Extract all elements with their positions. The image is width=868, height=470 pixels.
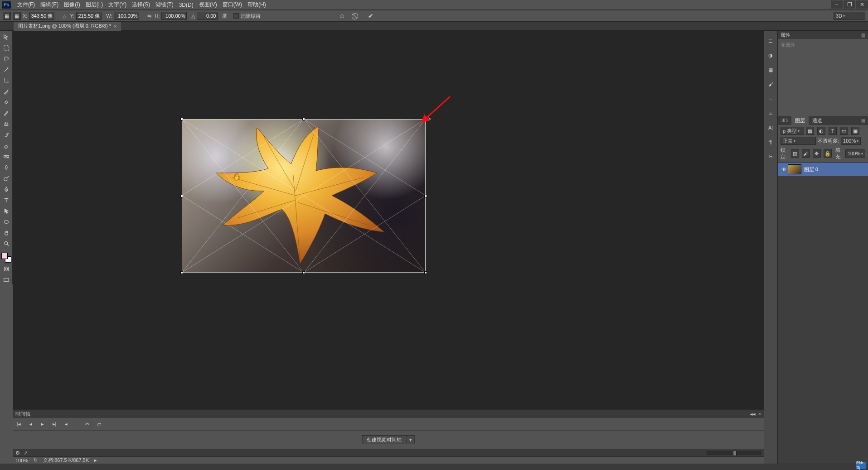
transform-handle-top-left[interactable] [180, 118, 183, 120]
close-tab-icon[interactable]: × [114, 24, 116, 29]
timeline-cut-icon[interactable]: ✂ [83, 421, 91, 428]
transform-handle-middle-left[interactable] [180, 195, 183, 197]
window-close[interactable]: ✕ [856, 0, 868, 9]
create-video-timeline-button[interactable]: 创建视频时间轴 [362, 435, 407, 444]
transform-ref-point-icon[interactable]: ▦ [3, 12, 11, 20]
foreground-color-swatch[interactable] [1, 253, 8, 259]
brush-tool-icon[interactable] [1, 109, 11, 118]
timeline-prev-frame-icon[interactable]: ◂ [27, 421, 34, 428]
menu-layer[interactable]: 图层(L) [83, 1, 106, 9]
tab-layers[interactable]: 图层 [791, 116, 809, 125]
status-rotate-icon[interactable]: ↻ [34, 457, 38, 463]
horizontal-scrollbar[interactable] [0, 464, 868, 470]
marquee-tool-icon[interactable] [1, 43, 11, 53]
hand-tool-icon[interactable] [1, 228, 11, 237]
swatches-panel-icon[interactable]: ▦ [766, 65, 775, 74]
blur-tool-icon[interactable] [1, 163, 11, 172]
crop-tool-icon[interactable] [1, 76, 11, 85]
fill-field[interactable]: 100%▾ [845, 149, 865, 158]
h-value[interactable]: 100.00% [161, 12, 187, 20]
menu-type[interactable]: 文字(Y) [106, 1, 129, 9]
opacity-field[interactable]: 100%▾ [841, 137, 861, 145]
shape-tool-icon[interactable] [1, 217, 11, 226]
color-panel-icon[interactable]: ◑ [766, 51, 775, 60]
heal-tool-icon[interactable] [1, 98, 11, 107]
timeline-next-frame-icon[interactable]: ▸| [51, 421, 58, 428]
status-play-icon[interactable]: ▸ [94, 457, 97, 463]
timeline-zoom-slider[interactable] [707, 451, 761, 455]
menu-3d[interactable]: 3D(D) [176, 2, 196, 8]
gradient-tool-icon[interactable] [1, 152, 11, 161]
filter-adjust-icon[interactable]: ◐ [817, 127, 825, 135]
y-value[interactable]: 215.50 像 [76, 12, 102, 20]
transform-handle-top-center[interactable] [302, 118, 305, 120]
menu-view[interactable]: 视图(V) [196, 1, 220, 9]
properties-menu-icon[interactable]: ▤ [861, 33, 865, 38]
layer-name[interactable]: 图层 0 [804, 166, 818, 173]
commit-transform-icon[interactable]: ✔ [367, 12, 375, 20]
timeline-collapse-icon[interactable]: ◂◂ [750, 411, 756, 417]
timeline-render-icon[interactable]: ↗ [24, 450, 28, 456]
layer-row[interactable]: 👁 图层 0 [778, 163, 868, 176]
timeline-first-frame-icon[interactable]: |◂ [15, 421, 23, 428]
screenmode-tool-icon[interactable] [1, 275, 11, 284]
checkbox-icon[interactable] [233, 13, 239, 19]
stamp-tool-icon[interactable] [1, 120, 11, 129]
shuffle-icon[interactable]: ✂ [766, 152, 775, 161]
quickmask-tool-icon[interactable] [1, 264, 11, 273]
transform-angle-field[interactable]: △ 0.00 [191, 12, 218, 20]
create-timeline-dropdown[interactable]: ▾ [407, 435, 415, 444]
path-select-tool-icon[interactable] [1, 206, 11, 216]
window-minimize[interactable]: － [831, 0, 843, 9]
move-tool-icon[interactable] [1, 33, 11, 42]
tab-channels[interactable]: 通道 [809, 116, 826, 125]
canvas-area[interactable]: ⟳ ✋ [13, 31, 764, 409]
transform-y-field[interactable]: Y: 215.50 像 [70, 12, 102, 20]
tab-3d[interactable]: 3D [778, 116, 791, 125]
lock-all-icon[interactable]: 🔒 [824, 149, 832, 158]
workspace-dropdown[interactable]: 3D ▾ [834, 12, 865, 20]
antialias-checkbox[interactable]: 消除锯齿 [233, 13, 261, 19]
document-info[interactable]: 文档:867.5 K/867.5K [43, 457, 89, 464]
link-wh-icon[interactable]: ⇋ [145, 12, 153, 19]
eraser-tool-icon[interactable] [1, 141, 11, 150]
filter-type-icon[interactable]: T [829, 127, 837, 135]
history-brush-tool-icon[interactable] [1, 130, 11, 139]
timeline-zoom-thumb[interactable] [733, 451, 737, 456]
layers-menu-icon[interactable]: ▤ [861, 118, 868, 123]
menu-window[interactable]: 窗口(W) [220, 1, 245, 9]
document-tab[interactable]: 图片素材1.png @ 100% (图层 0, RGB/8) * × [14, 22, 121, 31]
character-panel-icon[interactable]: A| [766, 123, 775, 132]
color-swatches[interactable] [1, 253, 11, 263]
paragraph-panel-icon[interactable]: ≣ [766, 109, 775, 118]
cancel-transform-icon[interactable]: ⃠ [352, 12, 360, 20]
properties-panel-header[interactable]: 属性 ▤ [778, 31, 868, 39]
reference-grid-icon[interactable]: ▦ [13, 12, 21, 20]
transform-handle-bottom-center[interactable] [302, 271, 305, 274]
transform-h-field[interactable]: H: 100.00% [155, 12, 187, 20]
document-image[interactable]: ⟳ ✋ [182, 120, 425, 272]
menu-filter[interactable]: 滤镜(T) [153, 1, 176, 9]
zoom-tool-icon[interactable] [1, 239, 11, 248]
filter-smart-icon[interactable]: ▣ [851, 127, 859, 135]
layer-thumbnail[interactable] [788, 164, 801, 174]
timeline-transition-icon[interactable]: ▱ [95, 421, 102, 428]
dodge-tool-icon[interactable] [1, 174, 11, 183]
timeline-close-icon[interactable]: × [758, 411, 761, 417]
filter-pixel-icon[interactable]: ▩ [806, 127, 814, 135]
x-value[interactable]: 343.50 像 [29, 12, 54, 20]
timeline-header[interactable]: 时间轴 ◂◂ × [13, 410, 764, 418]
lasso-tool-icon[interactable] [1, 54, 11, 63]
menu-select[interactable]: 选择(S) [129, 1, 153, 9]
lock-position-icon[interactable]: ✥ [813, 149, 821, 158]
transform-handle-bottom-left[interactable] [180, 271, 183, 274]
timeline-play-icon[interactable]: ▸ [39, 421, 46, 428]
pen-tool-icon[interactable] [1, 185, 11, 194]
paragraph-icon[interactable]: ¶ [766, 138, 775, 147]
layers-list[interactable]: 👁 图层 0 [778, 162, 868, 470]
wand-tool-icon[interactable] [1, 65, 11, 74]
menu-file[interactable]: 文件(F) [15, 1, 38, 9]
menu-image[interactable]: 图像(I) [61, 1, 82, 9]
layers-filter-kind[interactable]: ρ 类型▾ [781, 127, 804, 135]
brush-settings-icon[interactable]: ≡ [766, 94, 775, 103]
